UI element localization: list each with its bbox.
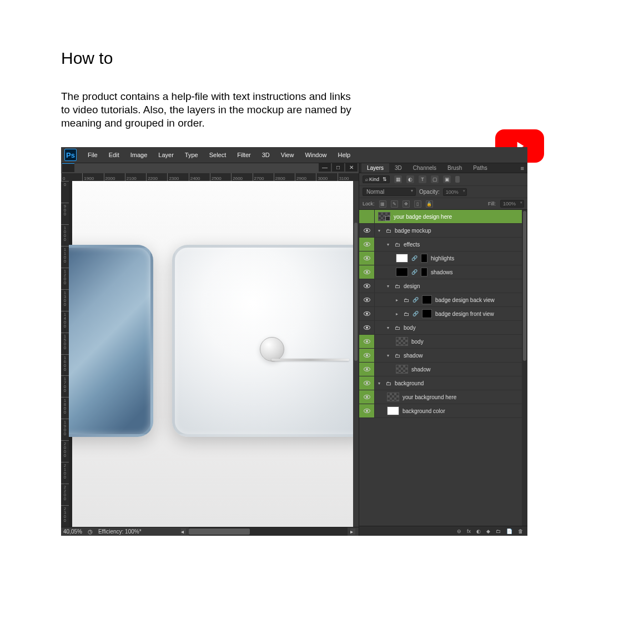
layer-action-icon[interactable]: fx	[467, 529, 471, 534]
lock-pixels-icon[interactable]: ✎	[391, 200, 398, 208]
disclosure-icon[interactable]	[387, 353, 391, 358]
layer-row[interactable]: 🗀effects	[359, 238, 522, 251]
menu-image[interactable]: Image	[125, 152, 153, 158]
layers-scrollbar[interactable]	[522, 210, 527, 526]
panel-tab-layers[interactable]: Layers	[361, 163, 389, 173]
eye-icon	[364, 339, 370, 344]
disclosure-icon[interactable]	[396, 298, 400, 303]
layer-action-icon[interactable]: ◐	[476, 529, 481, 534]
panel-tab-channels[interactable]: Channels	[407, 163, 442, 173]
disclosure-icon[interactable]	[378, 228, 383, 233]
canvas-scrollbar-horizontal[interactable]: ◂▸	[189, 527, 348, 536]
layer-row[interactable]: 🗀background	[359, 376, 522, 390]
disclosure-icon[interactable]	[378, 381, 383, 386]
opacity-input[interactable]: 100%	[443, 188, 467, 196]
mask-thumbnail	[422, 309, 432, 318]
visibility-toggle[interactable]	[359, 251, 375, 265]
visibility-toggle[interactable]	[359, 404, 375, 417]
menu-3d[interactable]: 3D	[256, 152, 275, 158]
lock-all-icon[interactable]: 🔒	[426, 200, 433, 208]
lock-transparency-icon[interactable]: ▦	[379, 200, 386, 208]
panel-tab-paths[interactable]: Paths	[467, 163, 493, 173]
disclosure-icon[interactable]	[387, 242, 391, 247]
lock-position-icon[interactable]: ✥	[402, 200, 410, 208]
maximize-button[interactable]: □	[332, 163, 344, 172]
panel-menu-icon[interactable]: ≡	[517, 165, 527, 172]
layer-name: your background here	[402, 394, 456, 400]
layer-name: shadow	[404, 353, 422, 359]
layer-action-icon[interactable]: 📄	[506, 529, 512, 534]
layer-row[interactable]: 🔗highlights	[359, 251, 522, 265]
folder-icon: 🗀	[395, 325, 400, 331]
visibility-toggle[interactable]	[359, 307, 375, 320]
layer-action-icon[interactable]: 🗀	[496, 529, 501, 534]
layer-row[interactable]: 🗀🔗badge design front view	[359, 307, 522, 321]
fill-input[interactable]: 100%	[500, 200, 524, 208]
menu-view[interactable]: View	[275, 152, 300, 158]
visibility-toggle[interactable]	[359, 238, 375, 251]
visibility-toggle[interactable]	[359, 321, 375, 334]
layer-row[interactable]: body	[359, 335, 522, 349]
panel-tab-3d[interactable]: 3D	[389, 163, 407, 173]
filter-toggle-icon[interactable]	[455, 176, 460, 183]
layer-row[interactable]: shadow	[359, 363, 522, 376]
layer-row[interactable]: 🗀badge mockup	[359, 224, 522, 238]
layer-row[interactable]: your background here	[359, 390, 522, 404]
visibility-toggle[interactable]	[359, 335, 375, 348]
lock-label: Lock:	[363, 201, 375, 207]
minimize-button[interactable]: —	[319, 163, 331, 172]
menu-select[interactable]: Select	[204, 152, 232, 158]
layer-row[interactable]: background color	[359, 404, 522, 418]
disclosure-icon[interactable]	[387, 284, 391, 289]
layer-row[interactable]: 🗀body	[359, 321, 522, 335]
eye-icon	[364, 381, 370, 385]
layer-action-icon[interactable]: ⊖	[457, 529, 461, 534]
folder-icon: 🗀	[386, 228, 391, 234]
visibility-toggle[interactable]	[359, 349, 375, 362]
page-title: How to	[61, 49, 361, 68]
close-button[interactable]: ✕	[345, 163, 358, 172]
menu-layer[interactable]: Layer	[153, 152, 179, 158]
badge-back-mockup	[172, 245, 359, 437]
visibility-toggle[interactable]	[359, 363, 375, 376]
menu-filter[interactable]: Filter	[232, 152, 256, 158]
visibility-toggle[interactable]	[359, 265, 375, 279]
layer-name: badge design back view	[435, 297, 495, 303]
filter-shape-icon[interactable]: ▢	[431, 175, 439, 183]
canvas-scrollbar-vertical[interactable]	[353, 181, 359, 527]
filter-smart-icon[interactable]: ▣	[443, 175, 451, 183]
layer-name: design	[404, 283, 420, 289]
disclosure-icon[interactable]	[396, 311, 400, 316]
menu-help[interactable]: Help	[333, 152, 356, 158]
filter-adjustment-icon[interactable]: ◐	[406, 175, 414, 183]
panel-tab-brush[interactable]: Brush	[442, 163, 467, 173]
layer-action-icon[interactable]: 🗑	[518, 529, 523, 534]
filter-image-icon[interactable]: ▦	[394, 175, 402, 183]
document-tab[interactable]	[62, 163, 74, 172]
filter-kind-select[interactable]: ⌕Kind⇅	[363, 175, 390, 183]
layer-action-icon[interactable]: ◆	[486, 529, 490, 534]
layer-row[interactable]: your badge design here	[359, 210, 522, 224]
photoshop-logo-icon: Ps	[64, 149, 77, 161]
visibility-toggle[interactable]	[359, 390, 375, 404]
visibility-toggle[interactable]	[359, 279, 375, 293]
blend-mode-select[interactable]: Normal	[363, 188, 416, 196]
filter-type-icon[interactable]: T	[419, 175, 426, 183]
visibility-toggle[interactable]	[359, 224, 375, 237]
layer-row[interactable]: 🗀shadow	[359, 349, 522, 363]
menu-file[interactable]: File	[82, 152, 103, 158]
layer-row[interactable]: 🔗shadows	[359, 265, 522, 279]
canvas[interactable]	[69, 181, 359, 527]
disclosure-icon[interactable]	[387, 325, 391, 330]
visibility-toggle[interactable]	[359, 210, 375, 223]
visibility-toggle[interactable]	[359, 376, 375, 390]
folder-icon: 🗀	[395, 283, 400, 289]
layer-row[interactable]: 🗀design	[359, 279, 522, 293]
lock-artboard-icon[interactable]: ▯	[414, 200, 421, 208]
menu-edit[interactable]: Edit	[103, 152, 125, 158]
menu-type[interactable]: Type	[179, 152, 204, 158]
status-bar: 40,05% ◷ Efficiency: 100%* ◂▸	[61, 527, 359, 536]
layer-row[interactable]: 🗀🔗badge design back view	[359, 293, 522, 307]
menu-window[interactable]: Window	[299, 152, 332, 158]
visibility-toggle[interactable]	[359, 293, 375, 306]
